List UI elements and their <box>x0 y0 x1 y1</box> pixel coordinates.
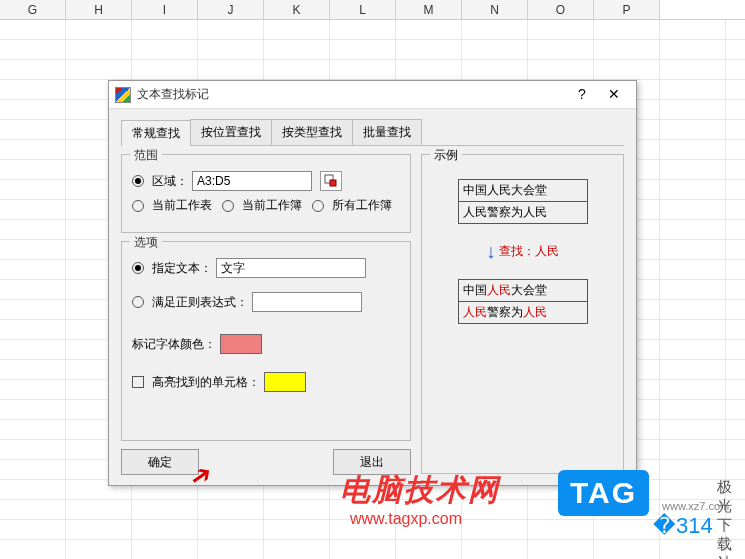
col-hdr[interactable]: H <box>66 0 132 19</box>
highlight-color-picker[interactable] <box>264 372 306 392</box>
radio-regex[interactable] <box>132 296 144 308</box>
find-label: 查找：人民 <box>499 244 559 258</box>
example-row: 人民警察为人民 <box>459 202 587 223</box>
col-hdr[interactable]: K <box>264 0 330 19</box>
example-arrow: ↓ 查找：人民 <box>432 240 613 263</box>
col-hdr[interactable]: N <box>462 0 528 19</box>
range-picker-button[interactable] <box>320 171 342 191</box>
svg-rect-1 <box>330 180 336 186</box>
watermark-text-1: 电脑技术网 <box>340 470 500 511</box>
watermark-url-1: www.tagxp.com <box>350 510 462 528</box>
tag-badge: TAG <box>558 470 649 516</box>
radio-spec-text[interactable] <box>132 262 144 274</box>
help-button[interactable]: ? <box>566 84 598 106</box>
regex-label: 满足正则表达式： <box>152 294 248 311</box>
col-hdr[interactable]: J <box>198 0 264 19</box>
watermark-text-2: �314 极光下载站 <box>653 478 745 559</box>
mark-color-picker[interactable] <box>220 334 262 354</box>
col-hdr[interactable]: G <box>0 0 66 19</box>
radio-current-sheet[interactable] <box>132 200 144 212</box>
region-input[interactable] <box>192 171 312 191</box>
close-button[interactable]: ✕ <box>598 84 630 106</box>
range-legend: 范围 <box>130 147 162 164</box>
range-group: 范围 区域： 当前工作表 当前工作簿 <box>121 154 411 233</box>
example-before: 中国人民大会堂 人民警察为人民 <box>458 179 588 224</box>
example-group: 示例 中国人民大会堂 人民警察为人民 ↓ 查找：人民 中国人民大会堂人民警察为人… <box>421 154 624 474</box>
region-label: 区域： <box>152 173 188 190</box>
tab-normal[interactable]: 常规查找 <box>121 120 191 146</box>
dialog-title: 文本查找标记 <box>137 86 566 103</box>
radio-region[interactable] <box>132 175 144 187</box>
titlebar: 文本查找标记 ? ✕ <box>109 81 636 109</box>
col-hdr[interactable]: P <box>594 0 660 19</box>
options-legend: 选项 <box>130 234 162 251</box>
col-hdr[interactable]: M <box>396 0 462 19</box>
example-row: 中国人民大会堂 <box>459 180 587 202</box>
column-headers: G H I J K L M N O P <box>0 0 745 20</box>
col-hdr[interactable]: L <box>330 0 396 19</box>
example-after: 中国人民大会堂人民警察为人民 <box>458 279 588 324</box>
regex-input[interactable] <box>252 292 362 312</box>
col-hdr[interactable]: O <box>528 0 594 19</box>
spec-text-input[interactable] <box>216 258 366 278</box>
watermark-url-2: www.xz7.com <box>662 500 729 512</box>
highlight-label: 高亮找到的单元格： <box>152 374 260 391</box>
current-book-label: 当前工作簿 <box>242 197 302 214</box>
radio-current-book[interactable] <box>222 200 234 212</box>
spec-text-label: 指定文本： <box>152 260 212 277</box>
find-mark-dialog: 文本查找标记 ? ✕ 常规查找 按位置查找 按类型查找 批量查找 范围 区域： <box>108 80 637 486</box>
col-hdr[interactable]: I <box>132 0 198 19</box>
download-icon: �314 <box>653 513 713 539</box>
all-books-label: 所有工作簿 <box>332 197 392 214</box>
checkbox-highlight[interactable] <box>132 376 144 388</box>
example-legend: 示例 <box>430 147 462 164</box>
tab-position[interactable]: 按位置查找 <box>190 119 272 145</box>
tabs: 常规查找 按位置查找 按类型查找 批量查找 <box>121 119 624 146</box>
example-row: 人民警察为人民 <box>459 302 587 323</box>
app-icon <box>115 87 131 103</box>
radio-all-books[interactable] <box>312 200 324 212</box>
tab-type[interactable]: 按类型查找 <box>271 119 353 145</box>
example-row: 中国人民大会堂 <box>459 280 587 302</box>
mark-color-label: 标记字体颜色： <box>132 336 216 353</box>
current-sheet-label: 当前工作表 <box>152 197 212 214</box>
range-picker-icon <box>324 174 338 188</box>
tab-batch[interactable]: 批量查找 <box>352 119 422 145</box>
options-group: 选项 指定文本： 满足正则表达式： 标记字体颜色： 高亮找到的 <box>121 241 411 441</box>
arrow-down-icon: ↓ <box>486 240 496 262</box>
